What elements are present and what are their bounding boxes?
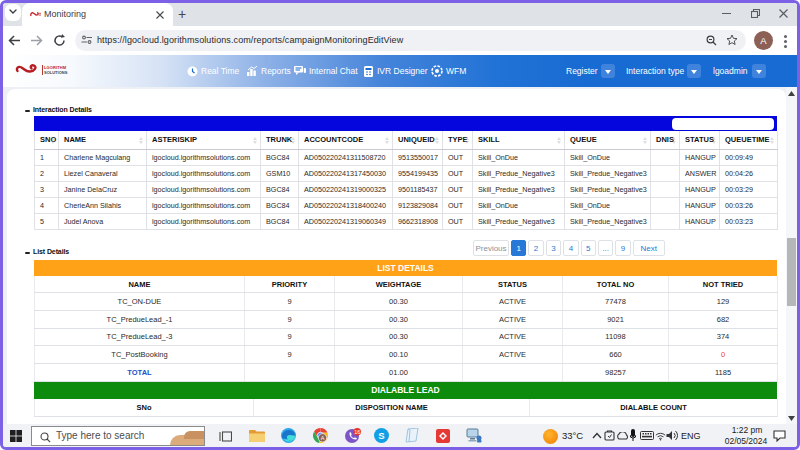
- svg-text:A: A: [321, 435, 325, 441]
- svg-text:16: 16: [354, 429, 360, 435]
- svg-text:S: S: [378, 430, 384, 441]
